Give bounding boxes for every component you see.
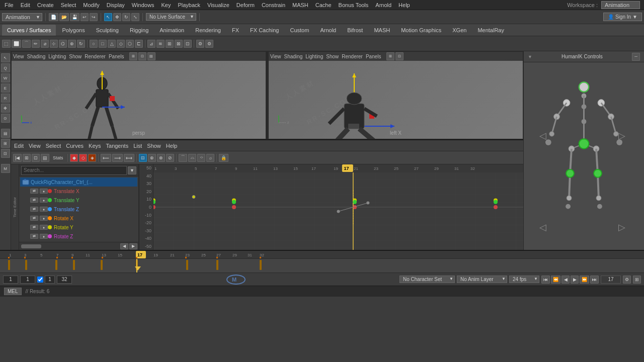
left-tool-7[interactable]: ⊙ xyxy=(1,114,10,123)
menu-key[interactable]: Key xyxy=(159,2,172,8)
ge-tb-key1[interactable]: ◆ xyxy=(70,154,78,162)
vp-left-renderer[interactable]: Renderer xyxy=(342,54,363,59)
scroll-left[interactable]: ◀ xyxy=(120,243,128,249)
vp-icon-1[interactable]: ⊞ xyxy=(129,52,137,60)
tree-channel-tx[interactable]: ⇄ ♦ Translate X xyxy=(20,187,137,196)
icon-tb-5[interactable]: ⌀ xyxy=(41,40,49,48)
ge-tb-7[interactable]: ⊟ xyxy=(139,154,147,162)
icon-tb-2[interactable]: ⬜ xyxy=(12,40,21,48)
mode-dropdown[interactable]: Animation ▼ xyxy=(2,13,42,21)
undo-btn[interactable]: ↩ xyxy=(80,13,89,21)
live-surface-dropdown[interactable]: No Live Surface ▼ xyxy=(146,13,196,21)
vp-persp-view[interactable]: View xyxy=(13,54,24,59)
tab-curves-surfaces[interactable]: Curves / Surfaces xyxy=(2,25,56,36)
ch-tz-lock[interactable]: ⇄ xyxy=(30,207,38,212)
tab-mentalray[interactable]: MentalRay xyxy=(472,25,509,36)
ge-tb-1[interactable]: |◀ xyxy=(13,154,22,162)
left-tool-9[interactable]: ⊞ xyxy=(1,139,10,148)
tree-root-item[interactable]: QuickRigCharacter_Ctrl_(... xyxy=(20,177,137,187)
ge-menu-show[interactable]: Show xyxy=(147,143,161,149)
tab-custom[interactable]: Custom xyxy=(285,25,314,36)
icon-tb-14[interactable]: ⬡ xyxy=(126,40,134,48)
vp-left-lighting[interactable]: Lighting xyxy=(305,54,323,59)
tree-channel-rz[interactable]: ⇄ ♦ Rotate Z xyxy=(20,232,137,241)
menu-bonus-tools[interactable]: Bonus Tools xyxy=(337,2,370,8)
menu-windows[interactable]: Windows xyxy=(130,2,156,8)
vp-persp-panels[interactable]: Panels xyxy=(109,54,124,59)
ge-menu-curves[interactable]: Curves xyxy=(66,143,84,149)
vp-left-panels[interactable]: Panels xyxy=(366,54,381,59)
tab-fx[interactable]: FX xyxy=(227,25,244,36)
tab-animation[interactable]: Animation xyxy=(154,25,189,36)
ge-tb-12[interactable]: ⌓ xyxy=(188,154,196,162)
ge-tb-2[interactable]: ⊞ xyxy=(23,154,31,162)
icon-tb-11[interactable]: □ xyxy=(99,40,107,48)
ch-tz-mute[interactable]: ♦ xyxy=(40,207,48,212)
icon-tb-6[interactable]: ⊹ xyxy=(50,40,58,48)
fps-dropdown[interactable]: 24 fps ▼ xyxy=(509,276,539,283)
step-forward-btn[interactable]: ⏩ xyxy=(580,276,589,284)
vp-persp-show[interactable]: Show xyxy=(69,54,82,59)
viewport-persp[interactable]: View Shading Lighting Show Renderer Pane… xyxy=(11,51,266,139)
step-back-btn[interactable]: ⏪ xyxy=(551,276,560,284)
no-anim-layer-dropdown[interactable]: No Anim Layer ▼ xyxy=(457,276,507,283)
vp-icon-2[interactable]: ⊡ xyxy=(138,52,146,60)
menu-deform[interactable]: Deform xyxy=(235,2,256,8)
vp-left-shading[interactable]: Shading xyxy=(284,54,303,59)
icon-tb-12[interactable]: △ xyxy=(108,40,116,48)
tab-motion-graphics[interactable]: Motion Graphics xyxy=(396,25,446,36)
ch-tx-lock[interactable]: ⇄ xyxy=(30,189,38,194)
tree-channel-ty[interactable]: ⇄ ♦ Translate Y xyxy=(20,196,137,205)
ge-menu-select[interactable]: Select xyxy=(46,143,61,149)
ge-menu-edit[interactable]: Edit xyxy=(14,143,24,149)
ge-tb-6[interactable]: ⟷ xyxy=(124,154,134,162)
frame-start-input[interactable] xyxy=(3,276,18,284)
search-input[interactable] xyxy=(21,166,127,175)
rotate-tool[interactable]: ↻ xyxy=(122,13,130,21)
new-scene-btn[interactable]: 📄 xyxy=(49,13,58,21)
sign-in-btn[interactable]: 👤 Sign In ▼ xyxy=(603,13,642,21)
ge-tb-key3[interactable]: ◈ xyxy=(88,154,96,162)
open-btn[interactable]: 📂 xyxy=(59,13,69,21)
vp-r-icon-2[interactable]: ⊡ xyxy=(395,52,404,60)
vp-persp-lighting[interactable]: Lighting xyxy=(48,54,66,59)
icon-tb-19[interactable]: ⊠ xyxy=(175,40,183,48)
icon-tb-17[interactable]: ≋ xyxy=(156,40,165,48)
select-tool[interactable]: ↖ xyxy=(104,13,112,21)
viewport-left[interactable]: View Shading Lighting Show Renderer Pane… xyxy=(268,51,523,139)
icon-tb-3[interactable]: ⌒ xyxy=(22,40,31,48)
ge-tb-5[interactable]: ⟶ xyxy=(112,154,123,162)
ge-tb-9[interactable]: ⊗ xyxy=(157,154,165,162)
play-forward-btn[interactable]: ▶ xyxy=(571,276,579,284)
icon-tb-4[interactable]: ✏ xyxy=(32,40,40,48)
move-tool[interactable]: ✥ xyxy=(113,13,121,21)
menu-constrain[interactable]: Constrain xyxy=(260,2,287,8)
playback-end-input[interactable] xyxy=(57,276,72,284)
icon-tb-10[interactable]: ○ xyxy=(90,40,98,48)
timeline-settings-btn[interactable]: ⚙ xyxy=(623,276,631,284)
left-tool-1[interactable]: ↖ xyxy=(1,53,10,62)
left-tool-11[interactable]: M xyxy=(1,164,10,173)
icon-tb-8[interactable]: ⊕ xyxy=(68,40,76,48)
tree-channel-ry[interactable]: ⇄ ♦ Rotate Y xyxy=(20,223,137,232)
vp-left-view[interactable]: View xyxy=(270,54,281,59)
menu-mash[interactable]: MASH xyxy=(291,2,310,8)
tab-arnold[interactable]: Arnold xyxy=(315,25,341,36)
timeline-scrub[interactable] xyxy=(0,259,644,273)
tab-fx-caching[interactable]: FX Caching xyxy=(245,25,284,36)
icon-tb-20[interactable]: ⊡ xyxy=(184,40,192,48)
search-dropdown[interactable]: ▼ xyxy=(128,166,136,174)
vp-left-show[interactable]: Show xyxy=(326,54,339,59)
mel-label[interactable]: MEL xyxy=(4,288,22,295)
ge-tb-8[interactable]: ⊕ xyxy=(148,154,156,162)
play-back-btn[interactable]: ◀ xyxy=(561,276,570,284)
scroll-right[interactable]: ▶ xyxy=(129,243,137,249)
ch-rx-mute[interactable]: ♦ xyxy=(40,216,48,221)
ge-menu-tangents[interactable]: Tangents xyxy=(106,143,129,149)
range-end-input[interactable] xyxy=(45,276,55,284)
ch-ry-lock[interactable]: ⇄ xyxy=(30,225,38,230)
left-tool-8[interactable]: ▤ xyxy=(1,129,10,138)
ch-ty-mute[interactable]: ♦ xyxy=(40,198,48,203)
vp-icon-3[interactable]: ▤ xyxy=(147,52,155,60)
ge-tb-3[interactable]: ⊡ xyxy=(32,154,40,162)
